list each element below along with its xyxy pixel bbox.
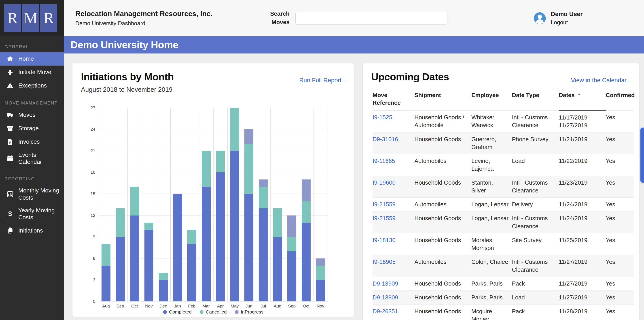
bar-segment-completed[interactable] — [173, 194, 182, 301]
sidebar-item-initiations[interactable]: Initiations — [0, 224, 64, 237]
bar-segment-completed[interactable] — [273, 237, 282, 301]
bar-segment-completed[interactable] — [159, 280, 168, 301]
sidebar-item-invoices[interactable]: Invoices — [0, 135, 64, 149]
bar-feb-6[interactable] — [188, 108, 196, 301]
bar-may-9[interactable] — [230, 108, 239, 301]
rmr-logo[interactable]: R M R — [0, 0, 64, 36]
sidebar-item-moves[interactable]: Moves — [0, 108, 64, 122]
move-reference-link[interactable]: D9-26351 — [372, 308, 398, 315]
bar-segment-cancelled[interactable] — [188, 230, 196, 244]
bar-segment-cancelled[interactable] — [259, 187, 268, 208]
move-reference-link[interactable]: D9-13909 — [372, 280, 398, 287]
bar-segment-inprogress[interactable] — [316, 258, 325, 266]
initiations-card-title: Initiations by Month — [81, 71, 174, 83]
bar-segment-inprogress[interactable] — [302, 179, 310, 201]
bar-oct-14[interactable] — [302, 108, 310, 301]
column-header-date-type[interactable]: Date Type — [512, 90, 559, 110]
bar-segment-cancelled[interactable] — [159, 273, 168, 280]
bar-segment-cancelled[interactable] — [130, 187, 139, 215]
move-reference-link[interactable]: D9-31016 — [372, 136, 398, 143]
bar-segment-inprogress[interactable] — [287, 215, 296, 237]
bar-sep-13[interactable] — [287, 108, 296, 301]
chart-vgrid — [228, 108, 228, 301]
sidebar-item-exceptions[interactable]: Exceptions — [0, 79, 64, 92]
move-reference-link[interactable]: I9-21559 — [372, 201, 396, 208]
move-reference-link[interactable]: I9-11665 — [372, 158, 395, 164]
sidebar-item-home[interactable]: Home — [0, 52, 64, 66]
column-header-move-reference[interactable]: Move Reference — [372, 90, 414, 110]
bar-segment-completed[interactable] — [116, 237, 125, 301]
bar-segment-cancelled[interactable] — [230, 108, 239, 151]
feedback-side-tab[interactable] — [640, 128, 644, 183]
sidebar-item-initiate-move[interactable]: Initiate Move — [0, 66, 64, 79]
confirmed-cell: Yes — [606, 255, 634, 276]
bar-aug-0[interactable] — [102, 108, 110, 301]
user-avatar-icon[interactable] — [533, 12, 546, 25]
sidebar-item-label: Home — [18, 55, 34, 62]
bar-jun-10[interactable] — [244, 108, 253, 301]
dates-cell: 11/27/2019 — [559, 277, 606, 291]
bar-segment-inprogress[interactable] — [259, 179, 268, 187]
bar-sep-1[interactable] — [116, 108, 125, 301]
column-header-confirmed[interactable]: Confirmed — [606, 90, 634, 110]
bar-segment-completed[interactable] — [302, 223, 310, 301]
bar-segment-cancelled[interactable] — [316, 266, 325, 280]
chart-vgrid — [313, 108, 314, 301]
sidebar-item-storage[interactable]: Storage — [0, 122, 64, 135]
bar-segment-inprogress[interactable] — [244, 129, 253, 144]
legend-item-inprogress[interactable]: InProgress — [235, 309, 264, 315]
move-reference-link[interactable]: I9-21559 — [372, 215, 396, 221]
bar-segment-completed[interactable] — [130, 215, 139, 301]
x-axis-label: Mar — [202, 304, 210, 308]
bar-segment-completed[interactable] — [316, 280, 325, 301]
bar-segment-completed[interactable] — [102, 266, 110, 301]
bar-nov-3[interactable] — [144, 108, 154, 301]
move-reference-link[interactable]: I9-18130 — [372, 237, 396, 243]
sidebar-item-yearly-moving-costs[interactable]: $Yearly Moving Costs — [0, 204, 64, 224]
bar-segment-cancelled[interactable] — [202, 151, 211, 187]
table-row: D9-31016Household GoodsGuerrero, GrahamP… — [372, 132, 634, 154]
bar-segment-completed[interactable] — [244, 194, 253, 301]
legend-item-cancelled[interactable]: Cancelled — [200, 309, 226, 315]
bar-mar-7[interactable] — [202, 108, 211, 301]
bar-segment-cancelled[interactable] — [287, 237, 296, 251]
bar-segment-cancelled[interactable] — [302, 201, 310, 222]
bar-nov-15[interactable] — [316, 108, 325, 301]
bar-segment-completed[interactable] — [144, 230, 154, 301]
bar-segment-completed[interactable] — [188, 244, 196, 301]
column-header-dates[interactable]: Dates ↑ — [559, 90, 606, 110]
sidebar-item-label: Initiations — [18, 227, 43, 234]
legend-item-completed[interactable]: Completed — [163, 309, 192, 315]
column-header-shipment[interactable]: Shipment — [414, 90, 471, 110]
bar-segment-cancelled[interactable] — [216, 151, 225, 172]
bar-segment-completed[interactable] — [216, 172, 225, 301]
column-header-employee[interactable]: Employee — [471, 90, 512, 110]
bar-segment-cancelled[interactable] — [273, 208, 282, 237]
sidebar-section-label: GENERAL — [4, 44, 64, 50]
bar-aug-12[interactable] — [273, 108, 282, 301]
bar-jan-5[interactable] — [173, 108, 182, 301]
view-in-calendar-link[interactable]: View in the Calendar ... — [571, 77, 633, 84]
bar-segment-completed[interactable] — [202, 187, 211, 301]
move-reference-link[interactable]: I9-1525 — [372, 114, 392, 121]
bar-segment-cancelled[interactable] — [244, 144, 253, 194]
sidebar-item-events-calendar[interactable]: Events Calendar — [0, 149, 64, 168]
bar-segment-completed[interactable] — [259, 208, 268, 301]
bar-oct-2[interactable] — [130, 108, 139, 301]
move-reference-link[interactable]: I9-19600 — [372, 179, 396, 186]
move-reference-link[interactable]: D9-13909 — [372, 294, 398, 301]
bar-segment-completed[interactable] — [230, 151, 239, 301]
employee-cell: Logan, Lensar — [471, 211, 512, 233]
bar-segment-completed[interactable] — [287, 251, 296, 301]
bar-apr-8[interactable] — [216, 108, 225, 301]
bar-segment-cancelled[interactable] — [144, 223, 154, 230]
bar-segment-cancelled[interactable] — [102, 244, 110, 266]
bar-jul-11[interactable] — [259, 108, 268, 301]
bar-segment-cancelled[interactable] — [116, 208, 125, 237]
search-moves-input[interactable] — [296, 12, 448, 25]
run-full-report-link[interactable]: Run Full Report ... — [299, 77, 348, 84]
bar-dec-4[interactable] — [159, 108, 168, 301]
logout-link[interactable]: Logout — [551, 19, 583, 26]
sidebar-item-monthly-moving-costs[interactable]: Monthly Moving Costs — [0, 184, 64, 204]
move-reference-link[interactable]: I9-18905 — [372, 258, 396, 265]
